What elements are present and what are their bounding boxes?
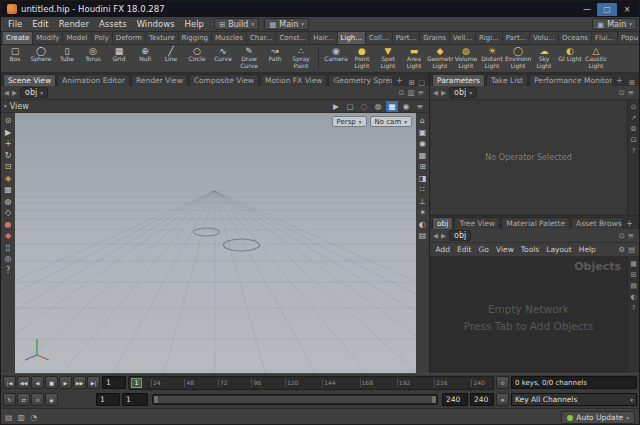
shelf-tab[interactable]: Flui...	[592, 32, 618, 44]
shelf-tab[interactable]: Deform	[113, 32, 146, 44]
network-menu-item[interactable]: Help	[575, 245, 599, 254]
select-tool-icon[interactable]: ▶	[5, 128, 11, 137]
projection-selector[interactable]: Persp ▾	[332, 116, 367, 127]
camera-view-icon[interactable]: ◉	[419, 139, 426, 148]
shadows-toggle-icon[interactable]: ◐	[419, 220, 426, 229]
translate-tool-icon[interactable]: +	[5, 139, 12, 148]
shelf-tab[interactable]: Ligh...	[338, 32, 366, 44]
path-tool[interactable]: ↝ Path	[262, 45, 288, 72]
geometry-light-tool[interactable]: ◆ Geometry Light	[427, 45, 453, 72]
network-snap-icon[interactable]: ⊞	[631, 272, 637, 279]
play-mode-button[interactable]: ⇄	[17, 393, 30, 406]
pin-params-icon[interactable]: ⊙	[631, 104, 637, 111]
camera-tool[interactable]: ◉ Camera	[323, 45, 349, 72]
network-menu-item[interactable]: Tools	[517, 245, 542, 254]
go-to-start-button[interactable]: |◀	[3, 376, 16, 389]
network-menu-item[interactable]: View	[492, 245, 517, 254]
paint-brush-icon[interactable]: ◆	[5, 231, 11, 240]
wireframe-mode-icon[interactable]: ◇	[5, 208, 11, 217]
lock-params-icon[interactable]: ⊡	[631, 137, 637, 144]
sphere-tool[interactable]: ◯ Sphere	[28, 45, 54, 72]
range-end-field[interactable]: 240	[442, 393, 468, 406]
params-help-icon[interactable]: ?	[632, 148, 636, 155]
sky-light-tool[interactable]: ☁ Sky Light	[531, 45, 557, 72]
global-end-field[interactable]: 240	[470, 393, 494, 406]
shelf-tab[interactable]: Oceans	[559, 32, 592, 44]
shelf-tab[interactable]: Part...	[503, 32, 531, 44]
shelf-tab[interactable]: Modify	[33, 32, 63, 44]
network-display-icon[interactable]: ▤	[630, 283, 637, 290]
pane-tab[interactable]: Tree View	[454, 217, 500, 229]
update-mode-dropdown[interactable]: Auto Update ▾	[561, 411, 635, 424]
pane-tab[interactable]: Render View	[131, 74, 188, 86]
reference-plane-icon[interactable]: ▦	[419, 151, 427, 160]
desktop-main-selector[interactable]: ▣ Main ▾	[592, 18, 637, 30]
circle-tool[interactable]: ○ Circle	[184, 45, 210, 72]
current-frame-field[interactable]: 1	[102, 376, 126, 389]
pane-tab[interactable]: Asset Browser	[571, 217, 622, 229]
pane-tab[interactable]: obj	[432, 217, 453, 229]
visibility-tool-icon[interactable]: ◎	[5, 254, 12, 263]
network-pane-menu-icon[interactable]: ≡	[628, 232, 634, 240]
shelf-tab[interactable]: Grains	[420, 32, 450, 44]
point-light-tool[interactable]: ● Point Light	[349, 45, 375, 72]
camera-selector[interactable]: No cam ▾	[370, 116, 412, 127]
go-to-end-button[interactable]: ▶|	[87, 376, 100, 389]
home-view-icon[interactable]: ⌂	[420, 116, 425, 125]
network-menu-item[interactable]: Layout	[543, 245, 576, 254]
step-forward-button[interactable]: ▶▶	[73, 376, 86, 389]
distant-light-tool[interactable]: ☀ Distant Light	[479, 45, 505, 72]
timeline[interactable]: 1 24487296120144168192216240	[128, 376, 494, 390]
pane-menu-icon[interactable]: ≡	[418, 89, 424, 97]
pane-tab[interactable]: Scene View	[3, 74, 56, 86]
shelf-tab[interactable]: Popu...	[618, 32, 639, 44]
view-tool-icon[interactable]: ⊙	[5, 116, 12, 125]
sculpt-brush-icon[interactable]: ●	[5, 220, 12, 229]
volume-light-tool[interactable]: ◍ Volume Light	[453, 45, 479, 72]
viewport-canvas[interactable]: Persp ▾ No cam ▾	[15, 113, 416, 373]
back-icon[interactable]: ◀	[433, 89, 438, 97]
back-icon[interactable]: ◀	[433, 232, 438, 240]
forward-icon[interactable]: ▶	[12, 89, 17, 97]
mirror-tool-icon[interactable]: ▯	[6, 243, 10, 252]
range-slider-left-handle[interactable]	[154, 396, 158, 403]
shelf-tab[interactable]: Char...	[247, 32, 277, 44]
menu-item[interactable]: Windows	[132, 17, 180, 31]
spot-light-tool[interactable]: ▼ Spot Light	[375, 45, 401, 72]
shelf-tab[interactable]: Model	[63, 32, 91, 44]
scale-tool-icon[interactable]: ⊡	[5, 162, 12, 171]
normals-display-icon[interactable]: ⊥	[419, 197, 426, 206]
network-canvas[interactable]: Objects Empty Network Press Tab to Add O…	[430, 257, 627, 373]
scene-selector[interactable]: ▦ Main ▾	[264, 18, 309, 30]
shelf-tab[interactable]: Texture	[146, 32, 179, 44]
frame-selection-icon[interactable]: ▣	[419, 128, 427, 137]
shelf-tab[interactable]: Poly	[92, 32, 113, 44]
set-key-icon[interactable]: ⊙	[496, 376, 509, 389]
pane-tab[interactable]: Parameters	[432, 74, 485, 86]
draw-curve-tool[interactable]: ✎ Draw Curve	[236, 45, 262, 72]
rotate-tool-icon[interactable]: ↻	[5, 151, 12, 160]
back-icon[interactable]: ◀	[4, 89, 9, 97]
play-button[interactable]: ▶	[59, 376, 72, 389]
maximize-button[interactable]: ▢	[597, 3, 617, 16]
play-reverse-button[interactable]: ◀◀	[17, 376, 30, 389]
visibility-mask-icon[interactable]: ◍	[372, 101, 384, 112]
network-list-icon[interactable]: ▤	[628, 246, 635, 254]
points-display-icon[interactable]: ∷	[420, 185, 425, 194]
network-menu-item[interactable]: Edit	[454, 245, 476, 254]
snapping-menu-icon[interactable]: ▦	[386, 101, 398, 112]
pane-tab[interactable]: Animation Editor	[57, 74, 130, 86]
pane-tab[interactable]: Take List	[486, 74, 528, 86]
stop-button[interactable]: ■	[45, 376, 58, 389]
menu-item[interactable]: Assets	[94, 17, 132, 31]
network-menu-item[interactable]: Add	[432, 245, 454, 254]
torus-tool[interactable]: ◎ Torus	[80, 45, 106, 72]
box-tool[interactable]: ▢ Box	[2, 45, 28, 72]
gi-light-tool[interactable]: ◐ GI Light	[557, 45, 583, 72]
shelf-tab[interactable]: Vell...	[450, 32, 476, 44]
background-toggle-icon[interactable]: ▤	[419, 231, 427, 240]
shelf-tab[interactable]: Coll...	[366, 32, 393, 44]
pane-menu-icon[interactable]: ≡	[628, 89, 634, 97]
sim-toggle-button[interactable]: ◉	[45, 393, 58, 406]
shaded-mode-icon[interactable]: ◍	[5, 197, 12, 206]
